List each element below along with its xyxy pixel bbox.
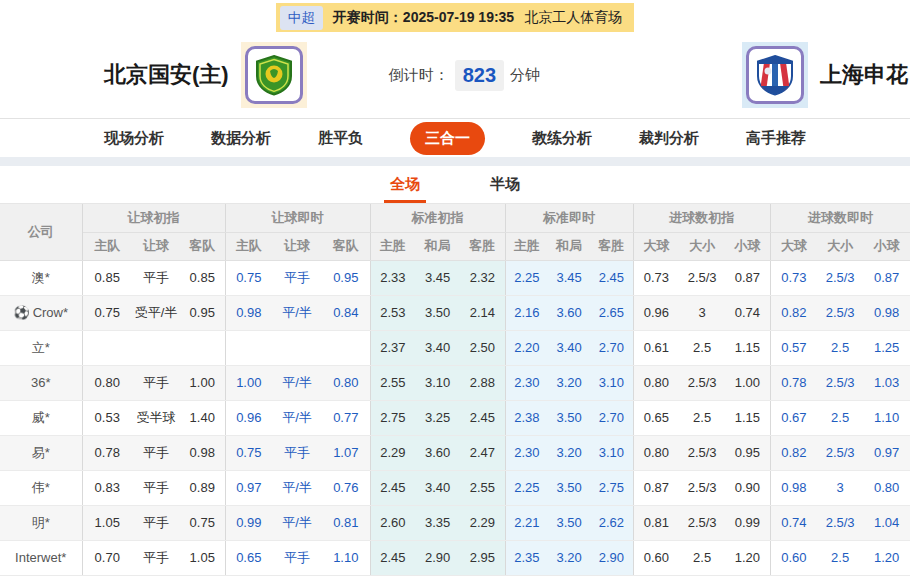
odds-cell: 0.53 — [82, 400, 132, 435]
odds-cell: 2.90 — [590, 540, 633, 575]
odds-cell: 2.55 — [460, 470, 505, 505]
home-team-logo-icon — [241, 42, 307, 108]
nav-tab-4[interactable]: 三合一 — [410, 122, 485, 155]
nav-tab-2[interactable]: 数据分析 — [211, 129, 271, 148]
odds-cell: 2.45 — [460, 400, 505, 435]
odds-cell: 0.57 — [770, 330, 817, 365]
sub-header: 客胜 — [590, 232, 633, 260]
odds-cell: 平手 — [272, 260, 322, 295]
company-cell[interactable]: Interwet* — [0, 540, 82, 575]
company-cell[interactable]: 立* — [0, 330, 82, 365]
nav-tab-6[interactable]: 裁判分析 — [639, 129, 699, 148]
scope-tab-2[interactable]: 半场 — [484, 166, 526, 203]
sub-header: 大球 — [633, 232, 679, 260]
sub-header: 主队 — [225, 232, 272, 260]
group-header-5: 进球数初指 — [633, 204, 770, 232]
odds-cell: 3.50 — [548, 470, 590, 505]
table-row: 威*0.53受半球1.400.96平/半0.772.753.252.452.38… — [0, 400, 910, 435]
odds-cell: 2.5/3 — [817, 505, 863, 540]
odds-cell: 0.98 — [770, 470, 817, 505]
odds-cell: 平/半 — [272, 400, 322, 435]
odds-cell: 平手 — [132, 365, 180, 400]
soccer-ball-icon: ⚽ — [13, 305, 29, 320]
nav-tab-1[interactable]: 现场分析 — [104, 129, 164, 148]
scope-tabs: 全场半场 — [0, 166, 910, 204]
odds-cell: 2.62 — [590, 505, 633, 540]
odds-cell: 0.85 — [180, 260, 225, 295]
odds-cell: 1.15 — [725, 330, 770, 365]
odds-cell: 3.25 — [415, 400, 460, 435]
table-row: 澳*0.85平手0.850.75平手0.952.333.452.322.253.… — [0, 260, 910, 295]
odds-cell: 3.10 — [590, 365, 633, 400]
odds-cell: 2.16 — [505, 295, 548, 330]
group-header-1: 让球初指 — [82, 204, 225, 232]
odds-cell: 2.50 — [460, 330, 505, 365]
odds-cell: 0.81 — [322, 505, 370, 540]
table-row: 易*0.78平手0.980.75平手1.072.293.602.472.303.… — [0, 435, 910, 470]
sub-header: 大小 — [817, 232, 863, 260]
odds-cell: 3.60 — [548, 295, 590, 330]
odds-cell: 0.74 — [770, 505, 817, 540]
odds-cell: 1.07 — [322, 435, 370, 470]
table-row: 立*2.373.402.502.203.402.700.612.51.150.5… — [0, 330, 910, 365]
company-cell[interactable]: 36* — [0, 365, 82, 400]
company-cell[interactable]: 威* — [0, 400, 82, 435]
sub-header: 主胜 — [370, 232, 415, 260]
odds-cell: 0.87 — [725, 260, 770, 295]
nav-tab-7[interactable]: 高手推荐 — [746, 129, 806, 148]
odds-cell: 0.81 — [633, 505, 679, 540]
odds-cell — [225, 330, 272, 365]
odds-cell: 1.10 — [322, 540, 370, 575]
company-cell[interactable]: 明* — [0, 505, 82, 540]
home-team-name: 北京国安(主) — [104, 60, 229, 90]
odds-cell: 1.03 — [863, 365, 910, 400]
company-cell[interactable]: ⚽Crow* — [0, 295, 82, 330]
odds-cell: 2.38 — [505, 400, 548, 435]
odds-cell: 0.84 — [322, 295, 370, 330]
odds-cell: 平手 — [132, 435, 180, 470]
odds-cell — [322, 330, 370, 365]
odds-cell: 0.83 — [82, 470, 132, 505]
company-name: 易* — [32, 445, 50, 460]
sub-header: 客队 — [322, 232, 370, 260]
odds-cell: 2.5 — [817, 540, 863, 575]
odds-cell: 0.77 — [322, 400, 370, 435]
odds-cell: 1.05 — [82, 505, 132, 540]
odds-cell: 0.80 — [863, 470, 910, 505]
odds-cell: 2.35 — [505, 540, 548, 575]
odds-cell: 2.5 — [817, 330, 863, 365]
odds-cell: 2.55 — [370, 365, 415, 400]
table-row: Interwet*0.70平手1.050.65平手1.102.452.902.9… — [0, 540, 910, 575]
company-cell[interactable]: 伟* — [0, 470, 82, 505]
countdown-value: 823 — [455, 60, 504, 91]
nav-tab-3[interactable]: 胜平负 — [318, 129, 363, 148]
odds-cell: 0.95 — [725, 435, 770, 470]
odds-cell: 0.80 — [633, 435, 679, 470]
odds-cell: 2.5/3 — [679, 365, 725, 400]
odds-cell — [272, 330, 322, 365]
odds-cell: 受平/半 — [132, 295, 180, 330]
nav-tab-5[interactable]: 教练分析 — [532, 129, 592, 148]
odds-cell: 2.20 — [505, 330, 548, 365]
league-badge[interactable]: 中超 — [280, 6, 323, 30]
company-cell[interactable]: 澳* — [0, 260, 82, 295]
odds-cell: 1.00 — [180, 365, 225, 400]
odds-cell: 1.40 — [180, 400, 225, 435]
company-cell[interactable]: 易* — [0, 435, 82, 470]
company-name: Interwet* — [15, 550, 66, 565]
odds-cell: 3 — [817, 470, 863, 505]
odds-cell: 2.5/3 — [679, 260, 725, 295]
odds-cell: 0.95 — [180, 295, 225, 330]
odds-cell: 2.14 — [460, 295, 505, 330]
odds-cell: 0.75 — [225, 260, 272, 295]
odds-cell: 2.5/3 — [817, 260, 863, 295]
company-name: 立* — [32, 340, 50, 355]
scope-tab-1[interactable]: 全场 — [384, 166, 426, 203]
odds-cell: 0.87 — [863, 260, 910, 295]
odds-cell: 2.5/3 — [679, 470, 725, 505]
odds-cell: 2.65 — [590, 295, 633, 330]
company-name: 澳* — [32, 270, 50, 285]
odds-cell: 2.5 — [817, 400, 863, 435]
odds-cell: 0.98 — [225, 295, 272, 330]
odds-cell: 0.73 — [633, 260, 679, 295]
